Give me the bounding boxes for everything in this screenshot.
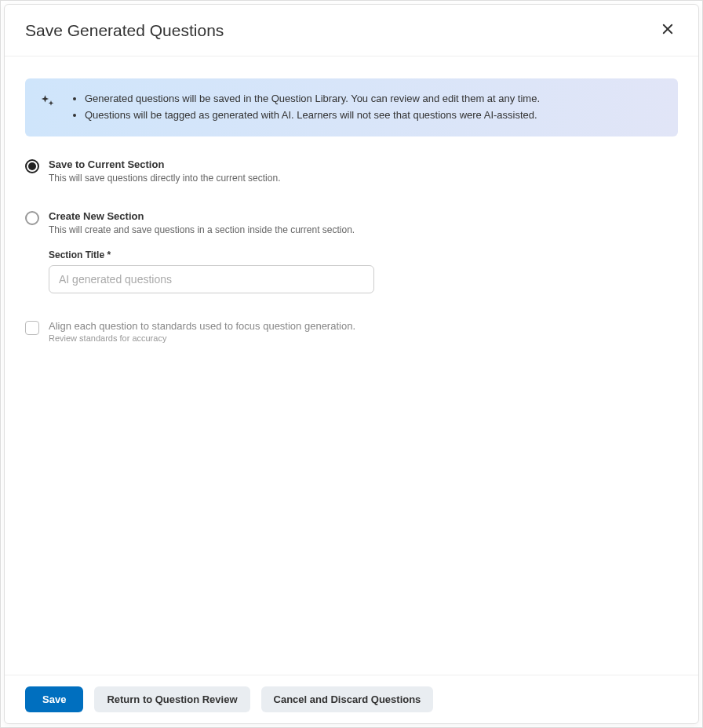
radio-desc: This will create and save questions in a…: [49, 224, 678, 235]
cancel-discard-button[interactable]: Cancel and Discard Questions: [261, 686, 434, 712]
radio-create-new[interactable]: [25, 211, 39, 225]
info-item: Generated questions will be saved in the…: [85, 91, 540, 107]
return-button[interactable]: Return to Question Review: [94, 686, 250, 712]
info-item: Questions will be tagged as generated wi…: [85, 107, 540, 124]
radio-label: Save to Current Section: [49, 158, 678, 170]
radio-group-create-new: Create New Section This will create and …: [25, 210, 678, 293]
info-banner: Generated questions will be saved in the…: [25, 78, 678, 136]
dialog-header: Save Generated Questions: [5, 5, 698, 56]
info-list: Generated questions will be saved in the…: [69, 91, 540, 124]
dialog-body: Generated questions will be saved in the…: [5, 56, 698, 675]
close-icon: [661, 22, 675, 38]
dialog-title: Save Generated Questions: [25, 21, 224, 40]
close-button[interactable]: [657, 19, 678, 42]
align-label: Align each question to standards used to…: [49, 320, 678, 332]
align-checkbox[interactable]: [25, 321, 39, 335]
dialog-footer: Save Return to Question Review Cancel an…: [5, 675, 698, 723]
section-title-input[interactable]: [49, 265, 374, 293]
align-checkbox-row: Align each question to standards used to…: [25, 320, 678, 343]
radio-label: Create New Section: [49, 210, 678, 222]
sparkle-icon: [39, 93, 55, 111]
save-button[interactable]: Save: [25, 686, 83, 712]
save-questions-dialog: Save Generated Questions: [4, 4, 699, 724]
align-sublabel: Review standards for accuracy: [49, 333, 678, 343]
radio-save-current[interactable]: [25, 159, 39, 173]
radio-group-save-current: Save to Current Section This will save q…: [25, 158, 678, 184]
radio-desc: This will save questions directly into t…: [49, 173, 678, 184]
section-title-label: Section Title *: [49, 249, 678, 260]
